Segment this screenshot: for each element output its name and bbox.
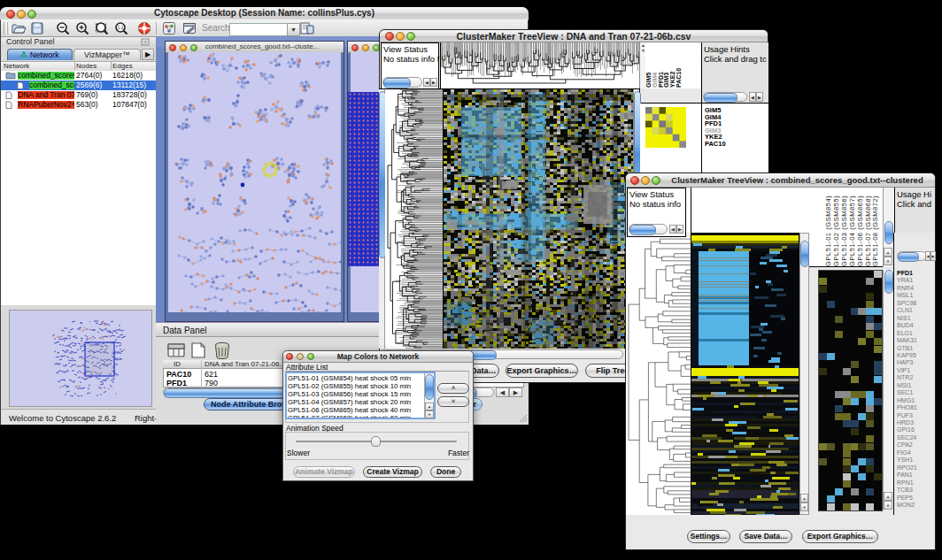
svg-text:1:1: 1:1: [118, 25, 124, 30]
